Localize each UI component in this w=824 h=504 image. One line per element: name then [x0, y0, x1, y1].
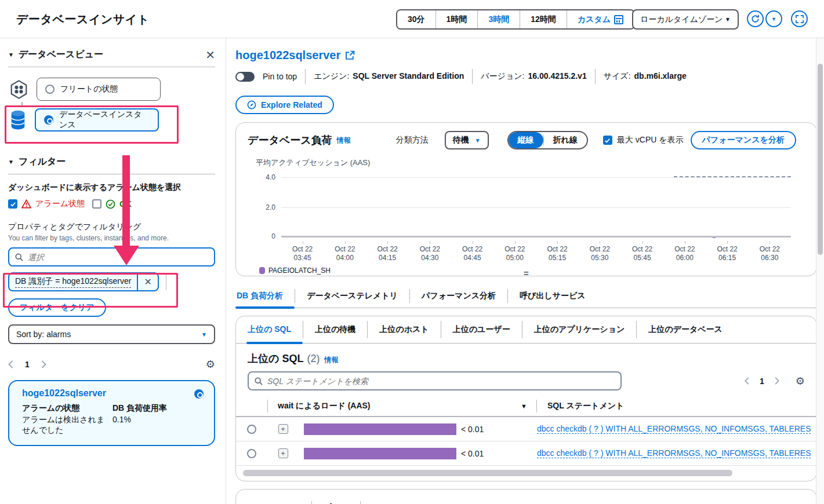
- time-range-custom[interactable]: カスタム: [567, 10, 634, 28]
- load-bar: [304, 423, 456, 435]
- vertical-scrollbar[interactable]: [816, 38, 824, 504]
- tab-database-telemetry[interactable]: データベーステレメトリ: [295, 284, 409, 308]
- load-bar: [304, 448, 456, 459]
- explore-related-button[interactable]: Explore Related: [235, 96, 334, 114]
- sort-select[interactable]: Sort by: alarms ▼: [8, 324, 215, 344]
- tab-sql-text[interactable]: SQL テキスト: [246, 496, 311, 504]
- prev-page-button[interactable]: [745, 377, 749, 385]
- top-sql-title: 上位の SQL: [248, 352, 303, 366]
- analyze-performance-button[interactable]: パフォーマンスを分析: [691, 131, 796, 149]
- tab-db-load-analysis[interactable]: DB 負荷分析: [235, 284, 295, 308]
- instance-card-title[interactable]: hoge1022sqlserver: [22, 388, 202, 399]
- chart-legend[interactable]: PAGEIOLATCH_SH: [259, 266, 331, 275]
- chevron-down-icon: ▼: [771, 16, 776, 22]
- expand-row-button[interactable]: +: [278, 424, 288, 434]
- subtab-top-sql[interactable]: 上位の SQL: [246, 316, 303, 343]
- prev-page-button[interactable]: [8, 360, 13, 368]
- db-load-title: データベース負荷: [248, 133, 332, 147]
- sql-statement-link[interactable]: dbcc checkdb ( ? ) WITH ALL_ERRORMSGS, N…: [537, 448, 811, 458]
- top-sql-info-link[interactable]: 情報: [324, 355, 338, 365]
- max-vcpu-checkbox[interactable]: [603, 136, 612, 145]
- external-link-icon[interactable]: [345, 50, 355, 60]
- subtab-top-hosts[interactable]: 上位のホスト: [368, 316, 440, 343]
- x-axis-tick-label: Oct 2203:45: [281, 245, 324, 263]
- refresh-button[interactable]: [747, 10, 764, 27]
- alarm-state-col-label: アラームの状態: [22, 403, 112, 414]
- remove-token-button[interactable]: ✕: [137, 273, 157, 290]
- subtab-top-waits[interactable]: 上位の待機: [303, 316, 367, 343]
- page-number[interactable]: 1: [25, 360, 30, 369]
- db-load-info-link[interactable]: 情報: [337, 136, 351, 145]
- slice-by-select[interactable]: 待機 ▼: [445, 131, 489, 149]
- time-range-30m[interactable]: 30分: [397, 10, 436, 28]
- sql-statement-column-header[interactable]: SQL ステートメント: [547, 401, 624, 411]
- row-radio[interactable]: [247, 449, 256, 458]
- fleet-option[interactable]: フリートの状態: [37, 78, 161, 101]
- sort-descending-icon[interactable]: ▼: [521, 403, 527, 410]
- time-range-12h[interactable]: 12時間: [520, 10, 567, 28]
- sql-statement-link[interactable]: dbcc checkdb ( ? ) WITH ALL_ERRORMSGS, N…: [537, 424, 811, 434]
- load-by-wait-column-header[interactable]: wait によるロード (AAS): [278, 401, 371, 411]
- x-axis-tick-label: Oct 2204:45: [451, 245, 493, 263]
- tab-plan[interactable]: プラン: [312, 496, 360, 504]
- settings-gear-icon[interactable]: ⚙: [206, 358, 215, 371]
- filter-token-label: DB 識別子 = hoge1022sqlserver: [9, 273, 137, 290]
- table-row[interactable]: + < 0.01 dbcc checkdb ( ? ) WITH ALL_ERR…: [236, 441, 816, 466]
- tab-calling-services[interactable]: 呼び出しサービス: [508, 284, 597, 308]
- time-range-3h[interactable]: 3時間: [478, 10, 520, 28]
- pin-to-top-toggle[interactable]: [235, 72, 255, 82]
- filter-search: [8, 247, 215, 266]
- instance-selected-radio[interactable]: [194, 389, 204, 399]
- collapse-icon[interactable]: ▼: [8, 159, 14, 165]
- sort-label: Sort by: alarms: [16, 330, 71, 339]
- ok-checkbox[interactable]: [92, 199, 101, 209]
- expand-icon: [796, 15, 804, 23]
- subtab-top-applications[interactable]: 上位のアプリケーション: [522, 316, 637, 343]
- load-value: < 0.01: [461, 425, 484, 434]
- subtab-top-databases[interactable]: 上位のデータベース: [637, 316, 734, 343]
- close-icon[interactable]: ✕: [205, 49, 215, 61]
- horizontal-scrollbar[interactable]: [242, 470, 811, 476]
- settings-gear-icon[interactable]: ⚙: [796, 375, 805, 388]
- refresh-options-button[interactable]: ▼: [765, 10, 782, 27]
- load-value: < 0.01: [461, 449, 484, 458]
- top-sql-count: (2): [307, 353, 320, 365]
- sql-search-input[interactable]: [267, 377, 615, 386]
- instance-option[interactable]: データベースインスタンス: [35, 108, 159, 132]
- scrollbar-thumb[interactable]: [818, 64, 823, 255]
- table-row[interactable]: + < 0.01 dbcc checkdb ( ? ) WITH ALL_ERR…: [236, 417, 816, 441]
- collapse-icon[interactable]: ▼: [8, 52, 14, 58]
- tab-sql-metrics[interactable]: SQL メトリクス: [361, 496, 444, 504]
- db-instance-title-link[interactable]: hoge1022sqlserver: [235, 49, 340, 62]
- max-vcpu-line: [674, 176, 791, 177]
- sql-detail-panel: SQL テキスト プラン SQL メトリクス: [235, 489, 816, 504]
- clear-filter-button[interactable]: フィルターをクリア: [8, 298, 106, 317]
- page-title: データベースインサイト: [16, 12, 150, 27]
- subtab-top-users[interactable]: 上位のユーザー: [441, 316, 522, 343]
- version-label: バージョン:: [481, 71, 524, 82]
- next-page-button[interactable]: [775, 377, 779, 385]
- next-page-button[interactable]: [41, 360, 46, 368]
- search-icon: [15, 253, 23, 261]
- scrollbar-thumb[interactable]: [243, 470, 732, 476]
- time-range-group: 30分 1時間 3時間 12時間 カスタム: [396, 9, 635, 30]
- warning-icon: [21, 199, 31, 209]
- row-radio[interactable]: [247, 425, 256, 434]
- alarm-checkbox[interactable]: [8, 199, 17, 209]
- time-range-1h[interactable]: 1時間: [436, 10, 478, 28]
- page-number[interactable]: 1: [760, 377, 764, 386]
- filter-search-input[interactable]: [28, 253, 208, 262]
- sql-search: [248, 371, 622, 390]
- bar-chart-option[interactable]: 縦線: [509, 132, 543, 148]
- resize-handle[interactable]: =: [524, 269, 529, 277]
- calendar-icon: [614, 15, 623, 24]
- size-meta: サイズ: db.m6i.xlarge: [604, 71, 687, 82]
- expand-row-button[interactable]: +: [278, 448, 288, 458]
- timezone-select[interactable]: ローカルタイムゾーン ▼: [632, 9, 739, 30]
- engine-label: エンジン:: [314, 71, 349, 82]
- line-chart-option[interactable]: 折れ線: [544, 132, 587, 148]
- instance-card[interactable]: hoge1022sqlserver アラームの状態 DB 負荷使用率 アラームは…: [8, 380, 215, 446]
- tab-performance-analysis[interactable]: パフォーマンス分析: [410, 284, 507, 308]
- fullscreen-button[interactable]: [791, 10, 808, 27]
- x-axis: 0: [281, 236, 791, 238]
